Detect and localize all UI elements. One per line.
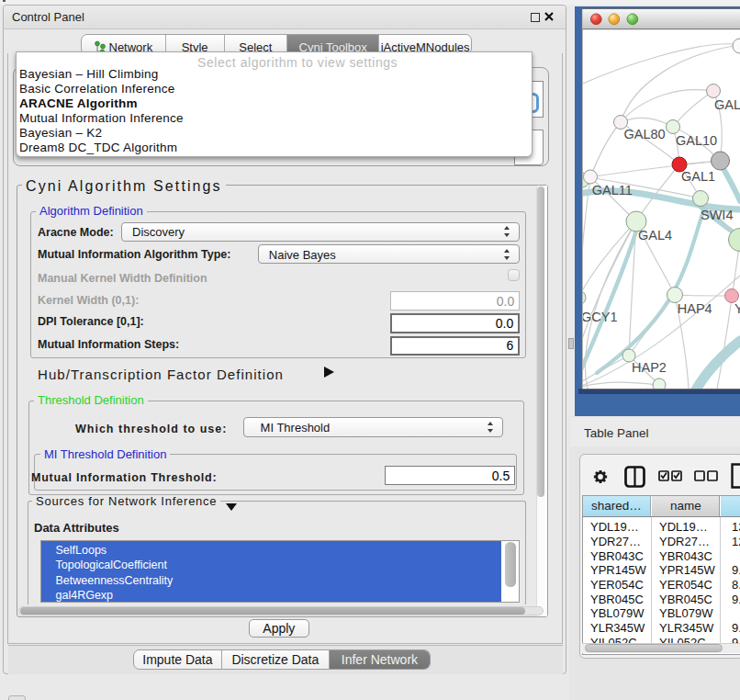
svg-text:GAL4: GAL4 [638,228,672,243]
svg-text:Y: Y [734,301,740,316]
svg-text:GCY1: GCY1 [581,310,618,324]
svg-text:GAL2: GAL2 [714,97,740,112]
svg-text:GAL1: GAL1 [681,169,715,184]
svg-text:SWI4: SWI4 [701,208,733,222]
svg-text:HAP2: HAP2 [632,360,667,375]
svg-text:GAL10: GAL10 [676,133,717,148]
svg-text:GAL80: GAL80 [624,127,666,141]
svg-text:HAP4: HAP4 [678,301,712,316]
svg-text:GAL11: GAL11 [592,183,633,198]
